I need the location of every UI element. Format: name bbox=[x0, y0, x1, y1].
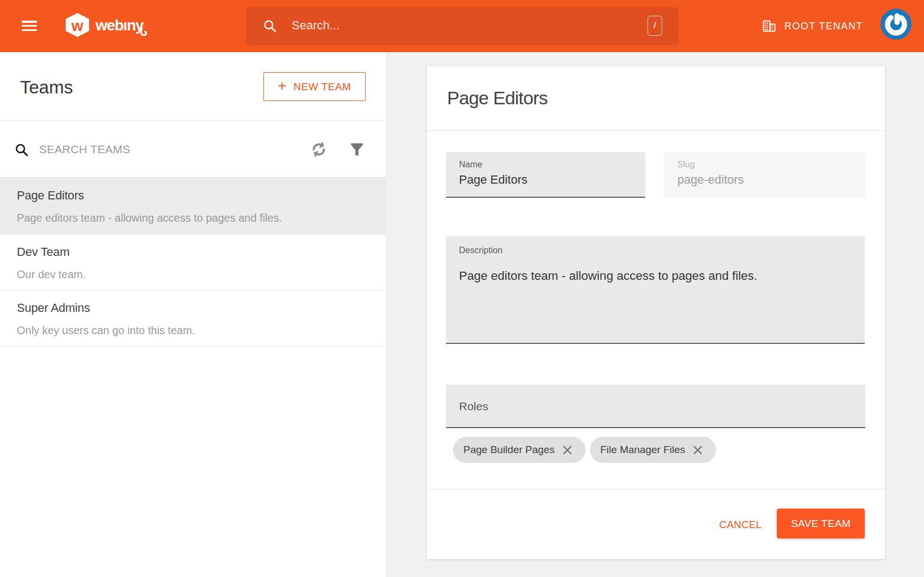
svg-text:w: w bbox=[71, 17, 84, 34]
